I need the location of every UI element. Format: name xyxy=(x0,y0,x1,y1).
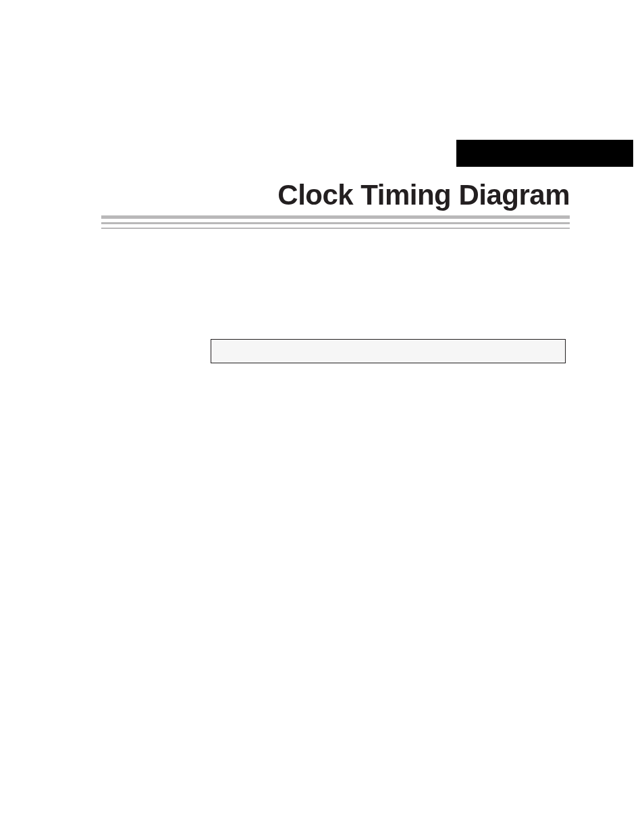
rule-medium xyxy=(101,222,570,224)
content-placeholder-box xyxy=(211,339,566,363)
title-rules xyxy=(101,215,570,229)
page-title: Clock Timing Diagram xyxy=(101,179,570,211)
rule-thick xyxy=(101,215,570,219)
page: Clock Timing Diagram xyxy=(0,0,644,834)
section-tab xyxy=(456,140,633,167)
rule-thin xyxy=(101,228,570,229)
